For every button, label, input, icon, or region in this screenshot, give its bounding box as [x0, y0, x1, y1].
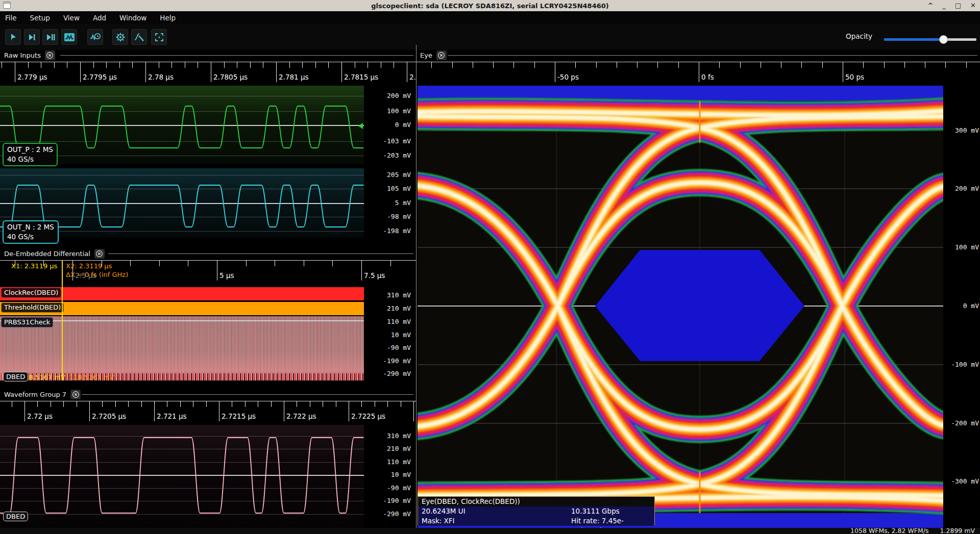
- fullscreen-button[interactable]: [151, 29, 167, 45]
- menu-setup[interactable]: Setup: [30, 14, 50, 22]
- opacity-slider-thumb[interactable]: [939, 35, 948, 44]
- major-tick: [349, 401, 349, 421]
- probe-calibration-button[interactable]: [131, 29, 147, 45]
- eye-ui-count: 20.6243M UI: [422, 507, 465, 515]
- minor-tick: [289, 62, 290, 68]
- threshold-label[interactable]: Threshold(DBED): [1, 302, 64, 313]
- dbed-label-deembed[interactable]: DBED: [3, 372, 28, 382]
- voltage-scale-label: 210 mV: [364, 304, 411, 312]
- time-tick-label: 2.78 µs: [148, 73, 174, 81]
- fullscreen-icon: [154, 32, 164, 42]
- group7-close-button[interactable]: [70, 390, 81, 399]
- minor-tick: [93, 62, 94, 68]
- normal-trigger-button[interactable]: [61, 29, 77, 45]
- minor-tick: [884, 62, 885, 68]
- cursor-x1-readout: X1: 2.3119 µs: [11, 262, 57, 270]
- major-tick: [219, 401, 219, 421]
- eye-panel: Eye Eye(DBED, ClockRec(DBED)) 20.6243M U…: [416, 50, 980, 528]
- prbs31check-label[interactable]: PRBS31Check: [1, 317, 53, 327]
- clockrec-label[interactable]: ClockRec(DBED): [1, 288, 61, 298]
- eye-diagram[interactable]: [418, 86, 943, 528]
- menu-add[interactable]: Add: [93, 14, 106, 22]
- start-capture-button[interactable]: [5, 29, 21, 45]
- voltage-scale-label: -198 mV: [364, 227, 411, 235]
- settings-button[interactable]: [112, 29, 128, 45]
- dbed-label-group7[interactable]: DBED: [3, 512, 28, 521]
- time-tick-label: 2.779 µs: [17, 73, 47, 81]
- window-title: glscopeclient: sda (LECROY SDA816ZI, ser…: [0, 2, 980, 10]
- voltage-scale-label: -203 mV: [364, 151, 411, 159]
- minor-tick: [275, 260, 275, 266]
- multi-capture-button[interactable]: [42, 29, 58, 45]
- minor-tick: [159, 62, 159, 68]
- dbed-trace: [0, 425, 364, 528]
- window-icon: [3, 2, 11, 9]
- out-n-channel-label[interactable]: OUT_N : 2 MS 40 GS/s: [3, 220, 59, 244]
- out-p-zero-marker[interactable]: [358, 123, 363, 129]
- out-p-channel-label[interactable]: OUT_P : 2 MS 40 GS/s: [3, 143, 58, 166]
- panel-splitter[interactable]: [416, 45, 416, 528]
- voltage-scale-label: 205 mV: [364, 171, 411, 179]
- minor-tick: [198, 62, 198, 68]
- out-p-rate: 40 GS/s: [7, 155, 53, 164]
- opacity-slider-fill: [884, 38, 943, 41]
- major-tick: [284, 401, 284, 421]
- voltage-scale-label: 110 mV: [364, 458, 411, 466]
- minor-tick: [245, 401, 246, 407]
- voltage-scale-label: -100 mV: [943, 361, 979, 368]
- raw-inputs-close-button[interactable]: [45, 50, 55, 60]
- voltage-scale-label: -103 mV: [364, 137, 411, 145]
- dbed-persistence-area[interactable]: [0, 316, 364, 380]
- history-button[interactable]: [87, 29, 103, 45]
- minor-tick: [596, 62, 597, 68]
- left-panel-column: Raw Inputs OUT_P : 2 MS 40 GS/s OUT_N : …: [0, 50, 416, 528]
- minor-tick: [271, 401, 272, 407]
- eye-info-box: Eye(DBED, ClockRec(DBED)) 20.6243M UI 10…: [418, 496, 655, 525]
- single-capture-button[interactable]: [24, 29, 40, 45]
- deembed-close-button[interactable]: [94, 249, 105, 259]
- minor-tick: [925, 62, 925, 68]
- close-button[interactable]: ✕: [970, 0, 976, 11]
- eye-hit-rate: Hit rate: 7.45e-07(PASS): [571, 516, 654, 528]
- minor-tick: [258, 401, 258, 407]
- menu-view[interactable]: View: [63, 14, 80, 22]
- eye-close-button[interactable]: [436, 50, 447, 60]
- minor-tick: [323, 401, 323, 407]
- voltage-scale-label: -200 mV: [943, 419, 979, 427]
- minor-tick: [361, 401, 362, 407]
- minor-tick: [336, 401, 336, 407]
- minor-tick: [302, 62, 303, 68]
- out-n-rate: 40 GS/s: [7, 232, 54, 242]
- maximize-button[interactable]: □: [955, 0, 961, 11]
- minor-tick: [250, 62, 251, 68]
- voltage-scale-label: 10 mV: [364, 331, 411, 339]
- minor-tick: [67, 62, 67, 68]
- title-bar: glscopeclient: sda (LECROY SDA816ZI, ser…: [0, 0, 980, 11]
- glscopeclient-window: glscopeclient: sda (LECROY SDA816ZI, ser…: [0, 0, 980, 534]
- major-tick: [89, 401, 90, 421]
- minimize-button[interactable]: _: [942, 0, 946, 11]
- close-circle-icon: [72, 391, 80, 398]
- major-tick: [843, 62, 843, 82]
- opacity-slider[interactable]: [884, 38, 976, 41]
- menu-window[interactable]: Window: [119, 14, 146, 22]
- menu-file[interactable]: File: [5, 14, 17, 22]
- step-multi-icon: [45, 32, 56, 42]
- menu-help[interactable]: Help: [160, 14, 176, 22]
- deembed-title: De-Embedded Differential: [4, 250, 90, 258]
- time-tick-label: 2.7795 µs: [83, 73, 117, 81]
- minor-tick: [206, 401, 207, 407]
- opacity-label: Opacity: [846, 32, 872, 40]
- minor-tick: [297, 401, 297, 407]
- shade-button[interactable]: ^: [927, 0, 933, 11]
- minor-tick: [381, 62, 381, 68]
- menu-bar: FileSetupViewAddWindowHelp: [0, 11, 980, 24]
- minor-tick: [801, 62, 802, 68]
- major-tick: [555, 62, 555, 82]
- time-tick-label: 2.782 µs: [409, 73, 416, 81]
- minor-tick: [387, 401, 388, 407]
- x-cursor-line[interactable]: [62, 260, 63, 380]
- voltage-scale-label: 200 mV: [943, 185, 979, 192]
- minor-tick: [115, 401, 116, 407]
- minor-tick: [132, 62, 133, 68]
